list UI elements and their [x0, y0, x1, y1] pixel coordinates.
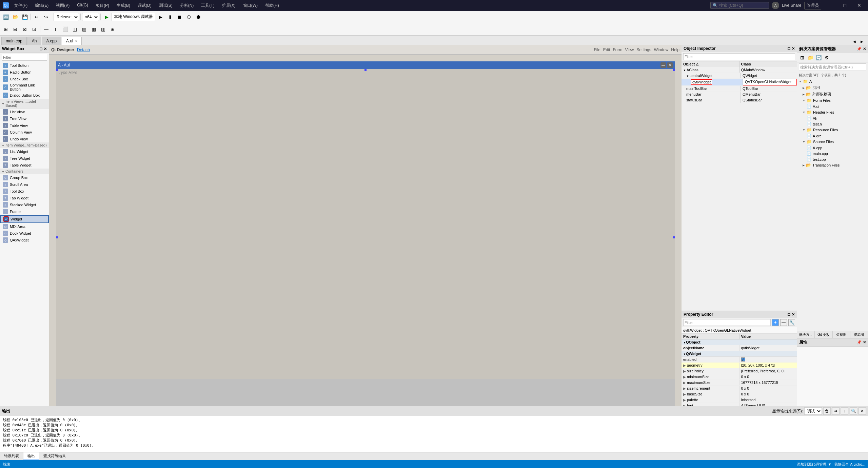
se-tab-resource[interactable]: 资源图: [850, 331, 868, 338]
se-item-resourcefiles[interactable]: 📁 Resource Files: [797, 127, 868, 133]
tab-aui-close[interactable]: ×: [75, 39, 77, 43]
se-item-maincpp[interactable]: 📄 main.cpp: [797, 151, 868, 156]
edit-menu[interactable]: Edit: [603, 47, 610, 52]
se-item-testcpp[interactable]: 📄 test.cpp: [797, 156, 868, 162]
designer-btn10[interactable]: ▦: [89, 25, 98, 34]
se-item-aqrc[interactable]: 📄 A.qrc: [797, 133, 868, 139]
se-item-formfiles[interactable]: 📁 Form Files: [797, 97, 868, 103]
tab-maincpp[interactable]: main.cpp: [1, 37, 27, 45]
minimize-btn[interactable]: —: [824, 2, 837, 9]
se-btn3[interactable]: 🔄: [815, 54, 822, 61]
maximumsize-expand[interactable]: ▶: [683, 381, 686, 385]
run-btn[interactable]: ▶: [102, 13, 111, 21]
git-btn1[interactable]: ⬡: [184, 13, 193, 21]
output-wrap-btn[interactable]: ⇔: [832, 407, 840, 415]
menu-item-p[interactable]: 项目(P): [92, 2, 113, 9]
designer-btn4[interactable]: ⊡: [30, 25, 39, 34]
se-item-a[interactable]: 📁 A: [797, 78, 868, 84]
palette-expand[interactable]: ▶: [683, 398, 686, 402]
platform-select[interactable]: x64: [82, 13, 99, 21]
widget-item-command-link[interactable]: C Command Link Button: [0, 82, 49, 92]
redo-btn[interactable]: ↪: [42, 13, 51, 21]
handle-top-left[interactable]: [56, 69, 58, 71]
pe-wrench-btn[interactable]: 🔧: [788, 319, 795, 326]
pe-row-sizeincrement[interactable]: ▶sizeIncrement 0 x 0: [682, 386, 797, 391]
oi-close-btn[interactable]: ✕: [792, 46, 795, 51]
window-menu[interactable]: Window: [654, 47, 669, 52]
widget-item-radio-button[interactable]: R Radio Button: [0, 69, 49, 76]
se-item-acpp[interactable]: 📄 A.cpp: [797, 145, 868, 151]
designer-btn8[interactable]: ◫: [70, 25, 79, 34]
status-user[interactable]: 我快回合 A Jicho...: [834, 462, 865, 467]
pe-float-btn[interactable]: ⊡: [787, 312, 790, 317]
widget-item-check-box[interactable]: ✓ Check Box: [0, 76, 49, 82]
canvas-close-btn[interactable]: ✕: [667, 62, 673, 68]
widget-box-float-btn[interactable]: ⊡: [39, 47, 42, 51]
widget-item-dock-widget[interactable]: D Dock Widget: [0, 230, 49, 237]
open-btn[interactable]: 📂: [11, 13, 20, 21]
widget-item-mdi-area[interactable]: M MDI Area: [0, 223, 49, 230]
centralwidget-expand[interactable]: [686, 74, 689, 78]
widget-item-column-view[interactable]: C Column View: [0, 129, 49, 136]
handle-top-center[interactable]: [364, 69, 367, 71]
designer-btn3[interactable]: ⊠: [20, 25, 29, 34]
tab-collapse-btn[interactable]: ◀: [851, 38, 858, 45]
pe-row-font[interactable]: ▶font A [Senoo UI 0]: [682, 403, 797, 406]
se-item-aui[interactable]: 📄 A.ui: [797, 103, 868, 109]
global-search-input[interactable]: [719, 3, 767, 8]
menu-item-gitg[interactable]: Git(G): [74, 2, 92, 9]
menu-item-f[interactable]: 文件(F): [11, 2, 31, 9]
se-item-headerfiles[interactable]: 📁 Header Files: [797, 109, 868, 115]
oi-row-aclass[interactable]: AClass QMainWindow: [682, 67, 797, 73]
se-item-ext[interactable]: 📂 外部依赖项: [797, 91, 868, 97]
widget-item-table-view[interactable]: T Table View: [0, 122, 49, 129]
detach-link[interactable]: Detach: [77, 47, 90, 52]
item-views-category[interactable]: Item Views ....odel-Based): [0, 99, 49, 109]
view-menu[interactable]: View: [625, 47, 634, 52]
widget-item-tab-widget[interactable]: T Tab Widget: [0, 195, 49, 201]
se-item-ah[interactable]: 📄 Ah: [797, 115, 868, 121]
menu-item-e[interactable]: 编辑(E): [32, 2, 52, 9]
se-tab-class[interactable]: 类视图: [833, 331, 850, 338]
save-btn[interactable]: 💾: [20, 13, 29, 21]
pe-row-objectname[interactable]: objectName qvtkWidget: [682, 345, 797, 351]
font-expand[interactable]: ▶: [683, 404, 686, 406]
widget-item-widget[interactable]: W Widget: [0, 215, 49, 223]
maximize-btn[interactable]: □: [840, 2, 850, 9]
build-config-select[interactable]: Release: [54, 13, 79, 21]
aclass-expand[interactable]: [683, 68, 686, 72]
se-tab-git[interactable]: Git 更改: [815, 331, 832, 338]
widget-box-close-btn[interactable]: ✕: [44, 47, 47, 51]
item-widgets-category[interactable]: Item Widge...tem-Based): [0, 142, 49, 148]
handle-top-right[interactable]: [673, 69, 675, 71]
se-pin-btn[interactable]: 📌: [857, 47, 862, 51]
pe-row-basesize[interactable]: ▶baseSize 0 x 0: [682, 391, 797, 397]
handle-mid-right[interactable]: [673, 236, 675, 238]
menu-item-w[interactable]: 窗口(W): [240, 2, 261, 9]
se-item-sourcefiles[interactable]: 📁 Source Files: [797, 139, 868, 145]
se-item-ref[interactable]: 📂 引用: [797, 84, 868, 91]
live-share-btn[interactable]: Live Share: [782, 3, 801, 8]
pe-row-sizepolicy[interactable]: ▶sizePolicy [Preferred, Preferred, 0, 0]: [682, 368, 797, 374]
basesize-expand[interactable]: ▶: [683, 392, 686, 396]
se-tab-solution[interactable]: 解决方...: [797, 331, 815, 338]
se-a-expand[interactable]: [799, 80, 802, 83]
tab-acpp[interactable]: A.cpp: [42, 37, 61, 45]
widget-item-list-widget[interactable]: L List Widget: [0, 148, 49, 155]
pe-minus-btn[interactable]: —: [780, 319, 787, 326]
oi-row-statusbar[interactable]: statusBar QStatusBar: [682, 97, 797, 103]
pe-row-enabled[interactable]: enabled ✓: [682, 357, 797, 363]
designer-btn9[interactable]: ▤: [80, 25, 88, 34]
widget-item-undo-view[interactable]: U Undo View: [0, 136, 49, 142]
pe-group-qwidget[interactable]: QWidget: [682, 351, 797, 357]
oi-row-maintoolbar[interactable]: mainToolBar QToolBar: [682, 86, 797, 92]
status-source-control[interactable]: 添加到源代码管理 ▼: [797, 462, 831, 467]
canvas-minimize-btn[interactable]: —: [660, 62, 666, 68]
se-ref-expand[interactable]: [803, 86, 805, 90]
se-search-input[interactable]: [799, 63, 866, 71]
oi-row-qvtkwidget[interactable]: qvtkWidget QVTKOpenGLNativeWidget: [682, 79, 797, 86]
se-btn2[interactable]: 📁: [807, 54, 814, 61]
oi-row-menubar[interactable]: menuBar QMenuBar: [682, 92, 797, 97]
pe-row-palette[interactable]: ▶palette Inherited: [682, 397, 797, 403]
output-source-select[interactable]: 调试: [804, 407, 822, 415]
